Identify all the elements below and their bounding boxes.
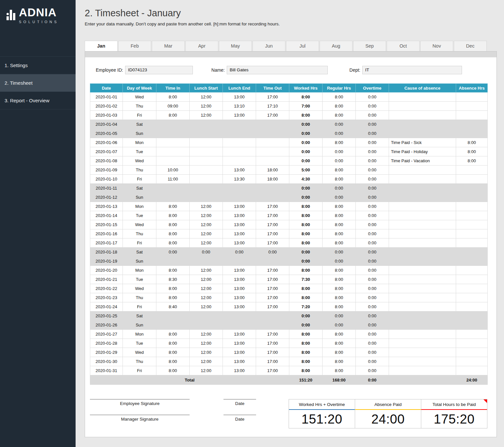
cause-of-absence-cell[interactable] — [389, 302, 456, 311]
time-out-cell[interactable]: 17:00 — [256, 348, 289, 357]
time-in-cell[interactable]: 8:00 — [156, 339, 190, 348]
time-in-cell[interactable] — [156, 156, 190, 166]
time-out-cell[interactable]: 17:00 — [256, 111, 289, 120]
lunch-start-cell[interactable] — [190, 120, 223, 129]
absence-hrs-cell[interactable] — [456, 275, 488, 284]
cause-of-absence-cell[interactable]: Time Paid - Holiday — [389, 147, 456, 156]
time-in-cell[interactable] — [156, 193, 190, 202]
absence-hrs-cell[interactable] — [456, 202, 488, 211]
cause-of-absence-cell[interactable] — [389, 202, 456, 211]
absence-hrs-cell[interactable] — [456, 166, 488, 175]
cause-of-absence-cell[interactable] — [389, 129, 456, 138]
cause-of-absence-cell[interactable] — [389, 184, 456, 193]
absence-hrs-cell[interactable] — [456, 357, 488, 366]
absence-hrs-cell[interactable] — [456, 184, 488, 193]
time-in-cell[interactable]: 8:00 — [156, 293, 190, 302]
lunch-start-cell[interactable]: 12:00 — [190, 293, 223, 302]
time-out-cell[interactable] — [256, 138, 289, 147]
cause-of-absence-cell[interactable] — [389, 330, 456, 339]
time-in-cell[interactable] — [156, 257, 190, 266]
lunch-start-cell[interactable]: 12:00 — [190, 330, 223, 339]
time-in-cell[interactable]: 8:40 — [156, 302, 190, 311]
cause-of-absence-cell[interactable] — [389, 293, 456, 302]
tab-feb[interactable]: Feb — [118, 41, 151, 51]
tab-jan[interactable]: Jan — [85, 41, 118, 51]
cause-of-absence-cell[interactable] — [389, 275, 456, 284]
lunch-end-cell[interactable]: 13:30 — [223, 175, 256, 184]
lunch-start-cell[interactable]: 12:00 — [190, 211, 223, 220]
lunch-start-cell[interactable] — [190, 321, 223, 330]
absence-hrs-cell[interactable] — [456, 102, 488, 111]
employee-id-field[interactable]: ID074123 — [125, 66, 193, 74]
cause-of-absence-cell[interactable] — [389, 229, 456, 238]
time-in-cell[interactable] — [156, 321, 190, 330]
cause-of-absence-cell[interactable] — [389, 220, 456, 229]
lunch-start-cell[interactable]: 12:00 — [190, 102, 223, 111]
cause-of-absence-cell[interactable]: Time Paid - Vacation — [389, 156, 456, 166]
tab-jun[interactable]: Jun — [252, 41, 285, 51]
time-out-cell[interactable]: 0:00 — [256, 248, 289, 257]
time-in-cell[interactable]: 8:00 — [156, 220, 190, 229]
time-out-cell[interactable] — [256, 156, 289, 166]
lunch-end-cell[interactable]: 13:00 — [223, 202, 256, 211]
time-in-cell[interactable]: 11:00 — [156, 175, 190, 184]
tab-sep[interactable]: Sep — [353, 41, 386, 51]
time-out-cell[interactable]: 17:00 — [256, 339, 289, 348]
time-out-cell[interactable] — [256, 120, 289, 129]
time-out-cell[interactable]: 17:00 — [256, 366, 289, 375]
lunch-end-cell[interactable] — [223, 321, 256, 330]
absence-hrs-cell[interactable] — [456, 229, 488, 238]
lunch-start-cell[interactable]: 12:00 — [190, 202, 223, 211]
cause-of-absence-cell[interactable] — [389, 321, 456, 330]
time-out-cell[interactable]: 17:00 — [256, 238, 289, 248]
absence-hrs-cell[interactable] — [456, 311, 488, 321]
absence-hrs-cell[interactable] — [456, 93, 488, 102]
time-out-cell[interactable]: 17:00 — [256, 293, 289, 302]
time-in-cell[interactable]: 8:00 — [156, 111, 190, 120]
time-out-cell[interactable]: 17:00 — [256, 302, 289, 311]
lunch-end-cell[interactable]: 13:00 — [223, 366, 256, 375]
absence-hrs-cell[interactable]: 8:00 — [456, 156, 488, 166]
time-in-cell[interactable]: 8:00 — [156, 266, 190, 275]
lunch-start-cell[interactable] — [190, 138, 223, 147]
time-in-cell[interactable]: 8:00 — [156, 330, 190, 339]
lunch-start-cell[interactable]: 12:00 — [190, 357, 223, 366]
time-in-cell[interactable] — [156, 138, 190, 147]
time-in-cell[interactable]: 0:00 — [156, 248, 190, 257]
lunch-start-cell[interactable] — [190, 166, 223, 175]
time-out-cell[interactable]: 17:10 — [256, 102, 289, 111]
lunch-start-cell[interactable] — [190, 147, 223, 156]
time-out-cell[interactable]: 17:00 — [256, 93, 289, 102]
lunch-end-cell[interactable] — [223, 120, 256, 129]
time-in-cell[interactable] — [156, 120, 190, 129]
absence-hrs-cell[interactable] — [456, 238, 488, 248]
cause-of-absence-cell[interactable] — [389, 175, 456, 184]
lunch-start-cell[interactable] — [190, 257, 223, 266]
absence-hrs-cell[interactable] — [456, 348, 488, 357]
absence-hrs-cell[interactable] — [456, 302, 488, 311]
absence-hrs-cell[interactable] — [456, 175, 488, 184]
tab-mar[interactable]: Mar — [152, 41, 185, 51]
time-in-cell[interactable] — [156, 184, 190, 193]
absence-hrs-cell[interactable]: 8:00 — [456, 147, 488, 156]
time-in-cell[interactable]: 8:00 — [156, 211, 190, 220]
lunch-end-cell[interactable]: 13:00 — [223, 229, 256, 238]
lunch-end-cell[interactable]: 13:00 — [223, 220, 256, 229]
lunch-start-cell[interactable]: 12:00 — [190, 339, 223, 348]
lunch-end-cell[interactable]: 13:00 — [223, 211, 256, 220]
time-out-cell[interactable] — [256, 311, 289, 321]
lunch-end-cell[interactable]: 13:00 — [223, 348, 256, 357]
time-in-cell[interactable] — [156, 129, 190, 138]
lunch-start-cell[interactable]: 12:00 — [190, 93, 223, 102]
lunch-start-cell[interactable]: 12:00 — [190, 220, 223, 229]
time-out-cell[interactable]: 17:00 — [256, 357, 289, 366]
lunch-start-cell[interactable]: 12:00 — [190, 275, 223, 284]
absence-hrs-cell[interactable] — [456, 193, 488, 202]
lunch-end-cell[interactable]: 13:00 — [223, 330, 256, 339]
lunch-end-cell[interactable] — [223, 147, 256, 156]
tab-apr[interactable]: Apr — [185, 41, 218, 51]
time-out-cell[interactable]: 17:00 — [256, 275, 289, 284]
absence-hrs-cell[interactable] — [456, 111, 488, 120]
cause-of-absence-cell[interactable]: Time Paid - Sick — [389, 138, 456, 147]
cause-of-absence-cell[interactable] — [389, 102, 456, 111]
